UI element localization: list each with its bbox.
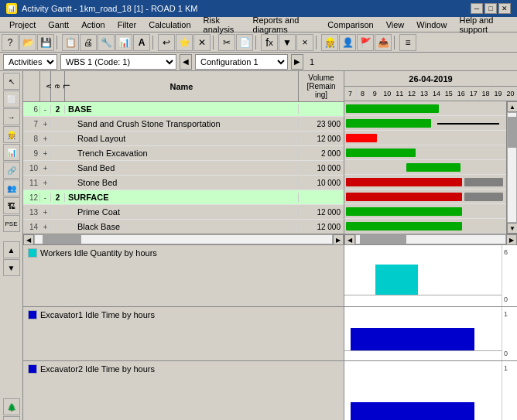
- menu-comparison[interactable]: Comparison: [321, 19, 379, 31]
- gantt-hscroll-left[interactable]: ◀: [344, 234, 355, 244]
- close-button[interactable]: ✕: [498, 3, 511, 14]
- tools-icon[interactable]: 🔧: [98, 34, 115, 51]
- sidebar-cursor[interactable]: ↖: [3, 73, 20, 90]
- table-row[interactable]: 12 - 2 SURFACE: [23, 190, 344, 205]
- open-icon[interactable]: 📂: [19, 34, 36, 51]
- font-icon[interactable]: A: [133, 34, 150, 51]
- activities-dropdown[interactable]: Activities: [3, 54, 57, 70]
- vscroll-thumb[interactable]: [508, 117, 517, 148]
- table-row[interactable]: 14 + Black Base 12 000: [23, 220, 344, 234]
- print-icon[interactable]: 🖨: [80, 34, 97, 51]
- content-area: Lev Name Volume[Remaining] 6 - 2 BASE: [23, 71, 517, 420]
- menu-reports[interactable]: Reports and diagrams: [247, 14, 322, 36]
- menu-calculation[interactable]: Calculation: [142, 19, 197, 31]
- excavator2-bar: [351, 402, 474, 420]
- nav-right-arrow[interactable]: ▶: [291, 54, 303, 70]
- main-content: ↖ ⬜ → 👷 📊 🔗 👥 🏗 PSE ▲ ▼ 🌲 ⚠ Lev Name Vol…: [0, 71, 517, 420]
- minimize-button[interactable]: ─: [471, 3, 483, 14]
- gantt-row: [344, 175, 506, 190]
- copy-icon[interactable]: 📄: [236, 34, 253, 51]
- table-hscroll[interactable]: ◀ ▶: [23, 234, 344, 244]
- hscroll-thumb[interactable]: [43, 235, 81, 244]
- gantt-vscroll[interactable]: ▲ ▼: [506, 101, 517, 234]
- undo-icon[interactable]: ↩: [158, 34, 175, 51]
- table-row[interactable]: 10 + Sand Bed 10 000: [23, 161, 344, 176]
- excavator2-y-axis: 1 0: [502, 361, 517, 420]
- excavator1-chart: 1 0: [344, 307, 517, 361]
- table-row[interactable]: 7 + Sand and Crush Stone Transportation …: [23, 117, 344, 131]
- excavator1-label-panel: Excavator1 Idle Time by hours: [23, 307, 344, 361]
- gantt-hscroll[interactable]: ◀ ▶: [344, 234, 517, 244]
- save-icon[interactable]: 💾: [37, 34, 54, 51]
- gantt-hscroll-right[interactable]: ▶: [506, 234, 517, 244]
- table-row[interactable]: 13 + Prime Coat 12 000: [23, 205, 344, 220]
- menu-project[interactable]: Project: [3, 19, 42, 31]
- sidebar-warning[interactable]: ⚠: [3, 416, 20, 420]
- sidebar-resource[interactable]: 🏗: [3, 197, 20, 214]
- col-header-name: Name: [65, 71, 299, 101]
- sidebar-scroll-up[interactable]: ▲: [3, 241, 20, 258]
- window-controls: ─ □ ✕: [471, 3, 511, 14]
- person-icon[interactable]: 👤: [339, 34, 356, 51]
- chart-icon[interactable]: 📊: [115, 34, 132, 51]
- menu-bar: Project Gantt Action Filter Calculation …: [0, 17, 517, 32]
- sidebar-arrow[interactable]: →: [3, 108, 20, 125]
- menu-action[interactable]: Action: [75, 19, 111, 31]
- close2-icon[interactable]: ✕: [193, 34, 211, 51]
- wbs-dropdown[interactable]: WBS 1 (Code: 1): [60, 54, 176, 70]
- vscroll-down[interactable]: ▼: [507, 223, 517, 234]
- export-icon[interactable]: 📤: [375, 34, 392, 51]
- config-dropdown[interactable]: Configuration 1: [195, 54, 288, 70]
- filter2-icon[interactable]: ▼: [279, 34, 296, 51]
- gantt-hscroll-thumb[interactable]: [360, 235, 406, 244]
- gantt-days-row: 7 8 9 10 11 12 13 14 15 16 17 18 19 20: [344, 87, 517, 101]
- sidebar-scroll-down[interactable]: ▼: [3, 259, 20, 276]
- sidebar-workers[interactable]: 👷: [3, 126, 20, 143]
- cut-icon[interactable]: ✂: [218, 34, 235, 51]
- gantt-hscroll-track[interactable]: [355, 234, 506, 244]
- gantt-row: [344, 116, 506, 131]
- excavator1-bar: [351, 328, 474, 351]
- menu-window[interactable]: Window: [410, 19, 453, 31]
- gantt-row: [344, 160, 506, 175]
- sidebar-pse[interactable]: PSE: [3, 215, 20, 232]
- menu-view[interactable]: View: [380, 19, 411, 31]
- app-icon: 📊: [6, 3, 17, 14]
- hscroll-right[interactable]: ▶: [333, 234, 344, 244]
- workers-label-panel: Workers Idle Quantity by hours: [23, 245, 344, 307]
- flag-icon[interactable]: 🚩: [357, 34, 374, 51]
- sidebar-gantt[interactable]: 📊: [3, 144, 20, 161]
- menu-risk[interactable]: Risk analysis: [197, 14, 247, 36]
- nav-left-arrow[interactable]: ◀: [180, 54, 192, 70]
- sidebar-link[interactable]: 🔗: [3, 162, 20, 179]
- gantt-row: [344, 204, 506, 219]
- help-icon[interactable]: ?: [2, 34, 19, 51]
- vscroll-track[interactable]: [507, 112, 517, 223]
- sidebar-tree[interactable]: 🌲: [3, 398, 20, 415]
- vscroll-up[interactable]: ▲: [507, 101, 517, 112]
- excavator1-label: Excavator1 Idle Time by hours: [40, 310, 155, 319]
- formula-icon[interactable]: fx: [261, 34, 278, 51]
- maximize-button[interactable]: □: [484, 3, 497, 14]
- table-row[interactable]: 8 + Road Layout 12 000: [23, 131, 344, 146]
- sidebar-people[interactable]: 👥: [3, 179, 20, 196]
- gantt-row: [344, 101, 506, 116]
- worker-icon[interactable]: 👷: [321, 34, 338, 51]
- table-row[interactable]: 6 - 2 BASE: [23, 102, 344, 117]
- print-preview-icon[interactable]: 📋: [62, 34, 79, 51]
- table-row[interactable]: 11 + Stone Bed 10 000: [23, 176, 344, 190]
- menu-help[interactable]: Help and support: [453, 14, 514, 36]
- table-row[interactable]: 9 + Trench Excavation 2 000: [23, 146, 344, 161]
- menu-filter[interactable]: Filter: [111, 19, 142, 31]
- excavator2-label-panel: Excavator2 Idle Time by hours: [23, 361, 344, 415]
- menu-gantt[interactable]: Gantt: [42, 19, 75, 31]
- workers-y-axis: 6 0: [502, 245, 517, 306]
- hscroll-track[interactable]: [34, 234, 333, 244]
- col-header-volume: Volume[Remaining]: [299, 71, 344, 101]
- hscroll-left[interactable]: ◀: [23, 234, 34, 244]
- sidebar-select[interactable]: ⬜: [3, 90, 20, 108]
- star-icon[interactable]: ⭐: [176, 34, 193, 51]
- extra-icon[interactable]: ≡: [399, 34, 416, 51]
- workers-label: Workers Idle Quantity by hours: [40, 248, 157, 258]
- filter3-icon[interactable]: ×: [296, 34, 313, 51]
